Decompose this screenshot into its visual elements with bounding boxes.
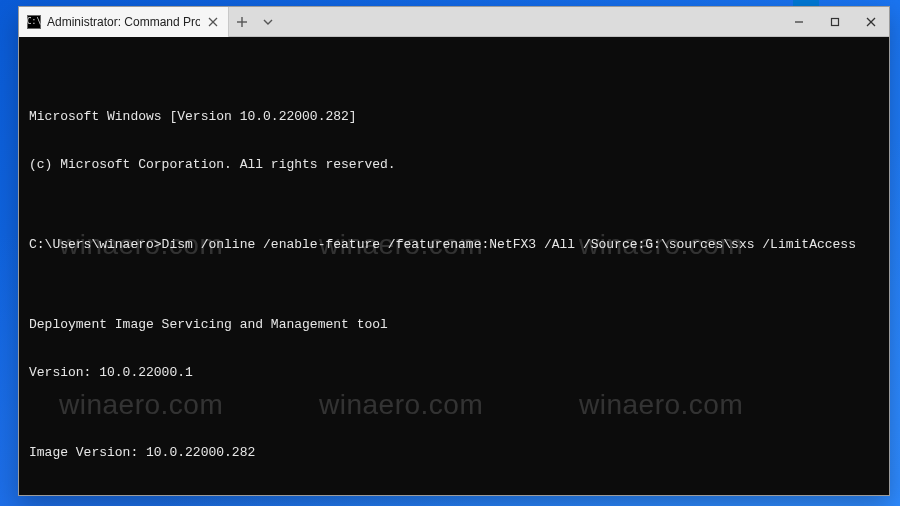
new-tab-button[interactable] [229, 7, 255, 37]
cmd-icon: C:\ [27, 15, 41, 29]
close-icon [208, 17, 218, 27]
window-controls [781, 7, 889, 36]
terminal-window: C:\ Administrator: Command Promp [18, 6, 890, 496]
titlebar-drag-region[interactable] [281, 7, 781, 36]
close-window-button[interactable] [853, 7, 889, 36]
desktop-background: C:\ Administrator: Command Promp [0, 0, 900, 506]
term-line: Image Version: 10.0.22000.282 [29, 445, 879, 461]
cmd-icon-glyph: C:\ [27, 18, 41, 26]
chevron-down-icon [262, 16, 274, 28]
term-line: C:\Users\winaero>Dism /online /enable-fe… [29, 237, 879, 253]
terminal-output: Microsoft Windows [Version 10.0.22000.28… [29, 77, 879, 495]
close-icon [865, 16, 877, 28]
term-line: (c) Microsoft Corporation. All rights re… [29, 157, 879, 173]
tab-title: Administrator: Command Promp [47, 15, 200, 29]
titlebar[interactable]: C:\ Administrator: Command Promp [19, 7, 889, 37]
term-line: Microsoft Windows [Version 10.0.22000.28… [29, 109, 879, 125]
plus-icon [236, 16, 248, 28]
tab-command-prompt[interactable]: C:\ Administrator: Command Promp [19, 7, 229, 37]
tab-close-button[interactable] [206, 15, 220, 29]
term-line: Version: 10.0.22000.1 [29, 365, 879, 381]
maximize-button[interactable] [817, 7, 853, 36]
maximize-icon [829, 16, 841, 28]
minimize-button[interactable] [781, 7, 817, 36]
svg-rect-5 [832, 18, 839, 25]
terminal-viewport[interactable]: Microsoft Windows [Version 10.0.22000.28… [19, 37, 889, 495]
tabstrip-controls [229, 7, 281, 36]
term-line: Deployment Image Servicing and Managemen… [29, 317, 879, 333]
tab-dropdown-button[interactable] [255, 7, 281, 37]
minimize-icon [793, 16, 805, 28]
